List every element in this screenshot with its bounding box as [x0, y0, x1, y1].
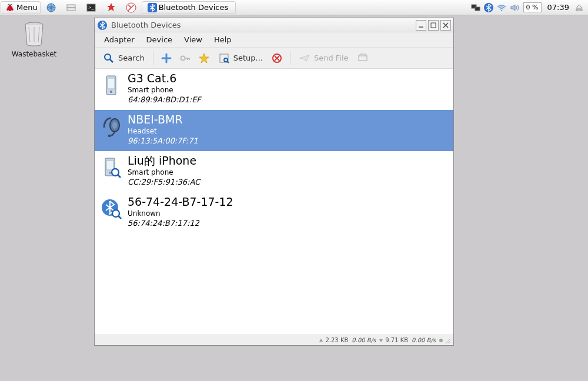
toolbar-search-label: Search [118, 54, 145, 62]
device-row[interactable]: G3 Cat.6 Smart phone 64:89:9A:BD:D1:EF [95, 69, 453, 110]
toolbar-sendfile-label: Send File [314, 54, 349, 62]
bluetooth-search-icon [99, 197, 123, 220]
toolbar-key-button[interactable] [176, 50, 195, 66]
bluetooth-icon [97, 20, 108, 31]
toolbar-setup-button[interactable]: Setup... [213, 50, 268, 66]
search-icon [103, 52, 115, 64]
panel-launcher-fox[interactable] [122, 1, 141, 14]
plus-icon [161, 52, 172, 64]
window-minimize-button[interactable] [416, 20, 426, 31]
status-down-kb: 9.71 KB [385, 337, 408, 343]
svg-point-4 [11, 8, 14, 11]
wifi-tray-icon[interactable] [496, 2, 507, 13]
toolbar-remove-button[interactable] [268, 50, 286, 66]
status-up-rate: 0.00 B/s [352, 337, 376, 343]
svg-rect-22 [431, 23, 436, 28]
arrow-down-icon [378, 337, 384, 343]
svg-point-37 [110, 91, 112, 93]
toolbar-browse-button[interactable] [353, 50, 372, 66]
svg-rect-36 [108, 78, 115, 89]
panel-launcher-files[interactable] [62, 1, 81, 14]
device-type: Smart phone [128, 86, 201, 94]
window-toolbar: Search Setup... [95, 48, 453, 69]
setup-icon [218, 52, 230, 64]
svg-point-49 [439, 339, 443, 342]
window-statusbar: 2.23 KB 0.00 B/s 9.71 KB 0.00 B/s [95, 335, 453, 345]
panel-menu-label: Menu [16, 3, 38, 12]
svg-rect-7 [67, 5, 75, 8]
key-icon [179, 52, 191, 64]
toolbar-separator [290, 51, 290, 65]
taskbar-tray: 0 % 07:39 [469, 2, 588, 13]
taskbar: Menu >_ Bluetooth Devices [0, 0, 588, 15]
status-down-rate: 0.00 B/s [412, 337, 436, 343]
menu-adapter[interactable]: Adapter [98, 34, 141, 46]
toolbar-setup-label: Setup... [233, 54, 263, 62]
window-titlebar[interactable]: Bluetooth Devices [95, 18, 453, 32]
toolbar-trust-button[interactable] [195, 50, 213, 66]
smartphone-search-icon [99, 156, 123, 179]
panel-launcher-terminal[interactable]: >_ [82, 1, 101, 14]
network-tray-icon[interactable] [470, 2, 481, 13]
arrow-up-icon [318, 337, 324, 343]
device-address: 64:89:9A:BD:D1:EF [128, 95, 201, 104]
star-icon [198, 52, 210, 64]
remove-icon [271, 52, 283, 64]
fox-icon [126, 2, 136, 13]
svg-point-23 [105, 54, 111, 60]
svg-rect-42 [106, 161, 113, 170]
device-name: Liu的 iPhone [128, 155, 200, 167]
star-burst-icon [106, 2, 116, 13]
device-name: G3 Cat.6 [128, 72, 201, 85]
menu-view[interactable]: View [178, 34, 208, 46]
globe-icon [46, 2, 56, 13]
toolbar-search-button[interactable]: Search [98, 50, 149, 66]
desktop-icon-wastebasket[interactable]: Wastebasket [11, 20, 58, 58]
device-name: NBEI-BMR [128, 113, 198, 126]
svg-text:>_: >_ [88, 5, 94, 10]
trash-icon [22, 40, 46, 49]
eject-tray-icon[interactable] [574, 2, 584, 13]
menu-help[interactable]: Help [208, 34, 238, 46]
window-maximize-button[interactable] [428, 20, 439, 31]
svg-point-43 [109, 172, 111, 173]
volume-tray-icon[interactable] [509, 2, 520, 13]
device-row[interactable]: NBEI-BMR Headset 96:13:5A:00:7F:71 [95, 110, 453, 151]
menu-device[interactable]: Device [141, 34, 178, 46]
svg-line-24 [110, 59, 113, 62]
device-type: Smart phone [128, 168, 200, 176]
window-menubar: Adapter Device View Help [95, 32, 453, 48]
svg-marker-29 [199, 54, 209, 63]
device-address: CC:29:F5:91:36:AC [128, 178, 200, 186]
send-icon [299, 52, 310, 64]
device-address: 56:74:24:B7:17:12 [128, 219, 233, 228]
taskbar-app-bluetooth[interactable]: Bluetooth Devices [142, 1, 236, 14]
svg-line-45 [118, 175, 121, 178]
svg-marker-11 [107, 3, 115, 11]
device-type: Headset [128, 127, 198, 135]
device-row[interactable]: 56-74-24-B7-17-12 Unknown 56:74:24:B7:17… [95, 192, 453, 233]
svg-line-32 [227, 61, 229, 63]
terminal-icon: >_ [86, 2, 96, 13]
toolbar-sendfile-button[interactable]: Send File [294, 50, 353, 66]
svg-rect-18 [576, 9, 582, 11]
svg-point-3 [6, 8, 9, 11]
device-list[interactable]: G3 Cat.6 Smart phone 64:89:9A:BD:D1:EF N… [95, 69, 453, 335]
taskbar-app-label: Bluetooth Devices [159, 3, 228, 12]
svg-point-2 [9, 8, 12, 11]
cpu-meter[interactable]: 0 % [523, 2, 542, 12]
panel-menu-button[interactable]: Menu [1, 1, 41, 14]
toolbar-separator [153, 51, 153, 65]
device-row[interactable]: Liu的 iPhone Smart phone CC:29:F5:91:36:A… [95, 151, 453, 192]
browse-icon [357, 52, 369, 64]
panel-launcher-browser[interactable] [42, 1, 61, 14]
bluetooth-tray-icon[interactable] [483, 2, 494, 13]
panel-launcher-star[interactable] [102, 1, 121, 14]
svg-rect-8 [67, 8, 75, 11]
toolbar-add-button[interactable] [157, 50, 176, 66]
headset-icon [99, 115, 123, 138]
clock[interactable]: 07:39 [544, 3, 573, 12]
window-close-button[interactable] [440, 20, 451, 31]
bluetooth-icon [147, 2, 158, 13]
raspberry-icon [5, 2, 15, 13]
